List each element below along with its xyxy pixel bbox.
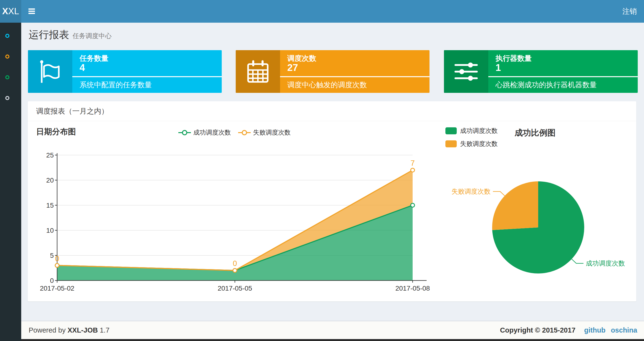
sidebar xyxy=(0,23,21,341)
xxl-job-dashboard: XXL 注销 运行报表任务调度中心 任务数量 4 系统中配置的任务 xyxy=(0,0,644,341)
svg-text:2017-05-05: 2017-05-05 xyxy=(218,284,252,292)
info-box-icon-area xyxy=(28,50,72,93)
legend-swatch-icon xyxy=(446,127,457,134)
svg-text:5: 5 xyxy=(50,252,54,259)
success-ratio-pie-chart: 成功调度次数失败调度次数 xyxy=(446,176,627,280)
page-title-text: 运行报表 xyxy=(29,29,69,40)
logout-link[interactable]: 注销 xyxy=(615,0,644,23)
sidebar-toggle-button[interactable] xyxy=(21,0,44,23)
main-footer: Powered by XXL-JOB 1.7 Copyright © 2015-… xyxy=(21,321,644,339)
svg-text:2017-05-08: 2017-05-08 xyxy=(395,284,430,292)
svg-text:15: 15 xyxy=(46,202,54,209)
info-box-value: 27 xyxy=(287,62,298,73)
legend-label: 失败调度次数 xyxy=(460,140,498,148)
powered-by: Powered by XXL-JOB 1.7 xyxy=(29,321,110,339)
sliders-icon xyxy=(454,59,479,84)
info-box-label: 任务数量 xyxy=(80,54,108,64)
calendar-icon xyxy=(245,59,270,84)
svg-text:25: 25 xyxy=(46,151,54,159)
svg-text:0: 0 xyxy=(55,254,59,263)
svg-text:20: 20 xyxy=(46,177,54,184)
svg-text:失败调度次数: 失败调度次数 xyxy=(452,188,490,195)
sidebar-item-job[interactable] xyxy=(5,55,10,59)
legend-label: 成功调度次数 xyxy=(193,128,231,137)
panel-title: 调度报表（一月之内） xyxy=(28,101,636,121)
pie-chart-title: 成功比例图 xyxy=(514,127,556,138)
legend-item-fail[interactable]: 失败调度次数 xyxy=(446,140,498,148)
info-box-divider xyxy=(72,76,222,77)
info-box-triggers: 调度次数 27 调度中心触发的调度次数 xyxy=(236,50,430,93)
info-box-divider xyxy=(280,76,430,77)
sidebar-item-report[interactable] xyxy=(5,34,10,38)
svg-text:成功调度次数: 成功调度次数 xyxy=(586,260,625,267)
product-version: 1.7 xyxy=(100,326,110,334)
page-header: 运行报表任务调度中心 xyxy=(29,28,112,42)
info-box-label: 调度次数 xyxy=(287,54,316,64)
flag-icon xyxy=(38,59,63,84)
page-title: 运行报表任务调度中心 xyxy=(29,29,112,40)
svg-text:10: 10 xyxy=(46,227,54,234)
info-box-executors: 执行器数量 1 心跳检测成功的执行器机器数量 xyxy=(444,50,638,93)
info-box-description: 心跳检测成功的执行器机器数量 xyxy=(496,80,597,90)
info-box-description: 系统中配置的任务数量 xyxy=(80,80,152,90)
hamburger-icon xyxy=(28,9,35,15)
legend-item-fail[interactable]: 失败调度次数 xyxy=(238,128,291,137)
line-chart-title: 日期分布图 xyxy=(36,126,76,137)
svg-text:0: 0 xyxy=(233,259,237,268)
svg-text:7: 7 xyxy=(410,159,414,167)
info-box-description: 调度中心触发的调度次数 xyxy=(287,80,367,90)
sidebar-item-log[interactable] xyxy=(5,75,10,79)
info-box-value: 4 xyxy=(80,62,85,73)
svg-text:0: 0 xyxy=(50,277,54,284)
info-box-divider xyxy=(488,76,638,77)
copyright-text: Copyright © 2015-2017 xyxy=(500,326,576,334)
oschina-link[interactable]: oschina xyxy=(611,326,637,334)
info-box-value: 1 xyxy=(496,62,501,73)
pie-chart-legend: 成功调度次数 失败调度次数 xyxy=(446,127,498,148)
svg-text:2017-05-02: 2017-05-02 xyxy=(40,284,74,292)
app-logo-light: XL xyxy=(8,6,19,16)
top-navbar: XXL 注销 xyxy=(0,0,644,23)
product-name: XXL-JOB xyxy=(68,326,98,334)
github-link[interactable]: github xyxy=(584,326,606,334)
line-legend-marker-icon xyxy=(238,130,251,136)
info-box-icon-area xyxy=(236,50,280,93)
app-logo[interactable]: XXL xyxy=(0,0,21,23)
legend-item-success[interactable]: 成功调度次数 xyxy=(446,127,498,135)
schedule-report-panel: 调度报表（一月之内） 日期分布图 成功调度次数 失败调度次数 051015202… xyxy=(28,101,636,301)
sidebar-item-executor[interactable] xyxy=(5,96,10,100)
legend-swatch-icon xyxy=(446,140,457,147)
info-box-label: 执行器数量 xyxy=(496,54,532,64)
info-box-jobs: 任务数量 4 系统中配置的任务数量 xyxy=(28,50,222,93)
app-logo-bold: X xyxy=(2,6,8,16)
date-distribution-area-chart: 05101520252017-05-022017-05-052017-05-08… xyxy=(31,150,432,299)
info-box-icon-area xyxy=(444,50,488,93)
window-bottom-edge xyxy=(0,339,644,341)
line-chart-legend: 成功调度次数 失败调度次数 xyxy=(178,128,291,137)
legend-item-success[interactable]: 成功调度次数 xyxy=(178,128,231,137)
page-subtitle: 任务调度中心 xyxy=(72,32,112,40)
legend-label: 失败调度次数 xyxy=(253,128,291,137)
legend-label: 成功调度次数 xyxy=(460,127,498,135)
line-legend-marker-icon xyxy=(178,130,191,136)
